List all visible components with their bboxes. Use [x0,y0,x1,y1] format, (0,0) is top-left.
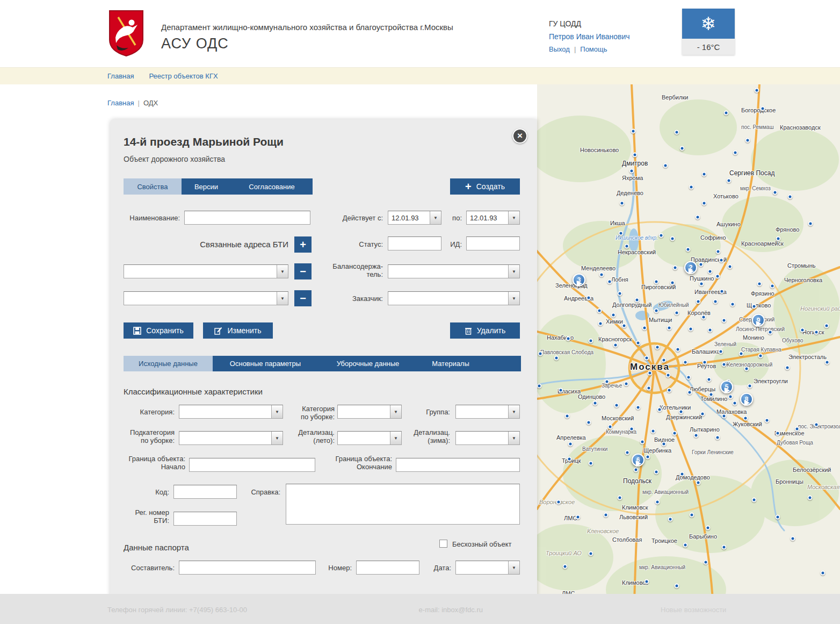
ownerless-checkbox[interactable] [439,540,447,548]
map-object-marker[interactable] [814,330,819,335]
map-object-marker[interactable] [608,425,613,429]
map-object-marker[interactable] [605,379,610,384]
map-object-marker[interactable] [722,318,727,323]
map-object-marker[interactable] [724,111,729,116]
map-object-marker[interactable] [689,185,694,190]
map-cluster-pin-3[interactable]: 3 [573,274,585,286]
map-object-marker[interactable] [722,414,727,419]
map-object-marker[interactable] [744,367,749,371]
save-button[interactable]: Сохранить [124,322,193,339]
map-object-marker[interactable] [651,429,656,434]
edit-button[interactable]: Изменить [203,322,273,339]
map-object-marker[interactable] [730,302,735,307]
map-object-marker[interactable] [611,313,616,318]
map-object-marker[interactable] [785,365,790,370]
map-object-marker[interactable] [696,480,701,485]
reference-textarea[interactable] [286,484,520,525]
map-object-marker[interactable] [593,401,598,406]
map-object-marker[interactable] [702,172,707,177]
border-start-input[interactable] [189,458,315,472]
map-object-marker[interactable] [795,427,800,432]
map-object-marker[interactable] [752,498,757,503]
map-object-marker[interactable] [666,373,671,378]
map-object-marker[interactable] [654,470,659,475]
map-object-marker[interactable] [589,339,593,343]
map-object-marker[interactable] [537,384,542,389]
map-object-marker[interactable] [576,515,581,520]
map-object-marker[interactable] [694,433,699,438]
map-object-marker[interactable] [701,315,706,320]
map-object-marker[interactable] [568,442,573,447]
map-cluster-pin-2[interactable]: 2 [684,261,697,274]
map-object-marker[interactable] [554,356,559,361]
map-object-marker[interactable] [668,517,673,522]
code-input[interactable] [173,485,237,499]
map-object-marker[interactable] [800,328,805,333]
map-object-marker[interactable] [614,403,619,408]
map-object-marker[interactable] [598,321,603,326]
map-object-marker[interactable] [567,457,572,462]
map-object-marker[interactable] [761,106,765,111]
cleaning-subcategory-select[interactable]: ▼ [179,431,283,445]
map-object-marker[interactable] [696,299,701,304]
map-cluster-pin-5[interactable]: 5 [720,381,733,393]
category-select[interactable]: ▼ [179,405,283,419]
map-object-marker[interactable] [676,347,680,352]
map-object-marker[interactable] [699,262,704,267]
map-object-marker[interactable] [686,247,691,252]
tab-source-data[interactable]: Исходные данные [124,356,213,371]
map-object-marker[interactable] [680,146,685,151]
map-object-marker[interactable] [716,249,721,254]
map-object-marker[interactable] [619,231,624,236]
map-cluster-pin-6[interactable]: 6 [632,454,645,467]
date-select[interactable]: ▼ [455,561,520,575]
map-object-marker[interactable] [670,236,675,241]
map-object-marker[interactable] [625,450,630,455]
map-object-marker[interactable] [687,390,692,395]
map-object-marker[interactable] [556,500,561,505]
map-object-marker[interactable] [708,328,713,333]
map-object-marker[interactable] [715,274,720,279]
map-object-marker[interactable] [645,356,649,361]
tab-materials[interactable]: Материалы [418,356,483,371]
map-object-marker[interactable] [589,461,593,466]
map-object-marker[interactable] [706,526,711,530]
map-object-marker[interactable] [690,513,694,518]
map-object-marker[interactable] [743,416,748,421]
map-object-marker[interactable] [566,336,571,341]
footer-extra-link[interactable]: Новые возможности [661,606,726,614]
map-object-marker[interactable] [675,130,679,135]
map-object-marker[interactable] [745,138,750,143]
map-object-marker[interactable] [565,414,570,419]
map-object-marker[interactable] [625,244,629,249]
map-object-marker[interactable] [586,420,591,425]
map-object-marker[interactable] [613,343,618,348]
map-object-marker[interactable] [727,178,732,183]
detail-winter-select[interactable]: ▼ [455,431,520,445]
bti-reg-number-input[interactable] [173,512,237,526]
map-object-marker[interactable] [538,352,543,356]
tab-properties[interactable]: Свойства [124,178,182,195]
customer-select[interactable]: ▼ [388,291,520,305]
map-object-marker[interactable] [657,407,662,412]
map-object-marker[interactable] [675,584,679,589]
map-object-marker[interactable] [704,560,708,565]
map-object-marker[interactable] [825,360,830,365]
map-object-marker[interactable] [670,281,675,285]
map-object-marker[interactable] [739,352,744,356]
map-object-marker[interactable] [667,326,672,331]
map-object-marker[interactable] [663,163,668,168]
map[interactable]: ВербилкиБогородскоепос. РеммашКраснозаво… [537,84,840,624]
map-object-marker[interactable] [722,362,727,367]
map-object-marker[interactable] [765,418,770,423]
map-object-marker[interactable] [699,282,704,286]
map-object-marker[interactable] [700,412,705,417]
map-object-marker[interactable] [722,545,727,550]
map-object-marker[interactable] [733,401,737,406]
map-object-marker[interactable] [654,309,659,313]
help-link[interactable]: Помощь [580,45,607,53]
map-object-marker[interactable] [814,422,819,427]
map-object-marker[interactable] [607,279,612,284]
close-button[interactable]: × [512,128,527,144]
remove-bti-address-button-1[interactable]: − [294,263,312,279]
